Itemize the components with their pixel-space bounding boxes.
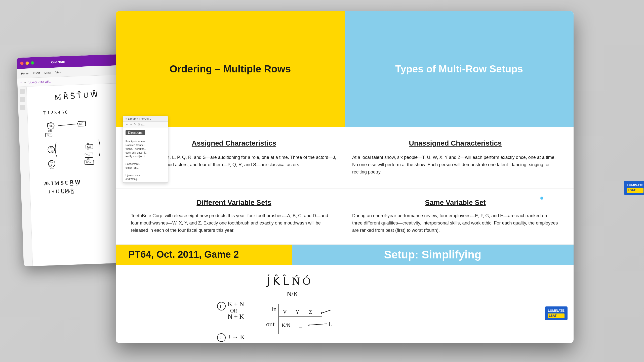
directions-container: Directions (123, 127, 168, 138)
luminate-label1-right: LUMINATE (627, 183, 643, 188)
svg-rect-7 (78, 121, 86, 126)
popup-nav-path: Library › The Offi... (128, 117, 151, 120)
svg-rect-23 (85, 153, 93, 158)
bottom-right-banner: Setup: Simplifying (292, 245, 574, 265)
toolbar-view[interactable]: View (54, 70, 63, 74)
svg-text:Tm: Tm (50, 161, 53, 163)
same-var-col: Same Variable Set During an end-of-year … (352, 199, 558, 234)
diff-var-col: Different Variable Sets TeethBrite Corp.… (131, 199, 337, 234)
popup-line-6: Sanderson r... (126, 162, 165, 166)
toolbar-home[interactable]: Home (20, 71, 30, 75)
svg-point-19 (48, 160, 55, 167)
main-top-banner: Ordering – Multiple Rows Types of Multi-… (116, 11, 574, 127)
svg-text:L: L (328, 321, 332, 328)
popup-refresh-icon[interactable]: ↻ (134, 123, 136, 126)
svg-text:W: W (51, 149, 53, 152)
svg-text:SU: SU (87, 145, 91, 149)
luminate-badge-right: LUMINATE LSAT (624, 181, 644, 195)
popup-line-2: Ramirez, Sander... (126, 143, 165, 147)
popup-menu-icon: ≡ (126, 117, 127, 120)
nav-back[interactable]: ← (20, 81, 23, 84)
handwriting-game2: J́ K̂ L̂ Ń Ó N/K 1 K + N OR N + K In (116, 265, 574, 343)
svg-text:SU: SU (47, 134, 51, 137)
popup-line-3: Wong. The witne... (126, 147, 165, 151)
toolbar-insert[interactable]: Insert (31, 71, 42, 75)
svg-rect-4 (48, 123, 54, 127)
popup-line-9: and Wong... (126, 177, 165, 181)
window-title: OneNote (51, 60, 65, 64)
svg-text:V: V (283, 309, 287, 315)
popup-nav-bar: ← → ↻ Shar... (123, 122, 168, 127)
toolbar-draw[interactable]: Draw (43, 70, 52, 75)
nav-forward[interactable]: → (24, 81, 26, 84)
svg-text:J → K: J → K (228, 333, 245, 341)
main-window: Ordering – Multiple Rows Types of Multi-… (116, 11, 574, 343)
svg-point-32 (217, 302, 225, 310)
svg-text:J́  K̂  L̂  Ń  Ó: J́ K̂ L̂ Ń Ó (266, 275, 311, 287)
bottom-banners: PT64, Oct. 2011, Game 2 Setup: Simplifyi… (116, 245, 574, 265)
popup-content: Exactly six witnes... Ramirez, Sander...… (123, 138, 168, 183)
svg-text:N/K: N/K (287, 290, 298, 298)
svg-point-12 (48, 146, 55, 153)
maximize-button[interactable] (31, 61, 34, 64)
svg-text:out: out (266, 321, 275, 328)
svg-text:U-R: U-R (50, 146, 54, 149)
sidebar-icon-2 (20, 97, 25, 102)
bottom-area: PT64, Oct. 2011, Game 2 Setup: Simplifyi… (116, 245, 574, 343)
popup-forward-icon[interactable]: → (130, 123, 133, 126)
svg-text:1: 1 (220, 305, 221, 308)
svg-text:Z: Z (309, 309, 312, 315)
svg-text:Wm: Wm (86, 161, 91, 164)
luminate-badge-main: LUMINATE LSAT (545, 306, 568, 320)
svg-point-2 (48, 123, 54, 129)
svg-text:M R̄ S̄ T̄ Ū W̄: M R̄ S̄ T̄ Ū W̄ (54, 90, 98, 102)
unassigned-body: At a local talent show, six people—T, U,… (352, 154, 558, 175)
svg-rect-26 (85, 160, 94, 165)
pt64-title: PT64, Oct. 2011, Game 2 (128, 249, 239, 260)
characteristics-section: Assigned Characteristics Seven actors—J,… (116, 127, 574, 189)
svg-text:N + K: N + K (228, 313, 244, 320)
svg-line-43 (322, 310, 331, 313)
luminate-label1: LUMINATE (548, 308, 565, 313)
popup-share[interactable]: Shar... (138, 123, 145, 126)
luminate-label2: LSAT (548, 313, 565, 318)
svg-rect-17 (86, 145, 93, 149)
svg-line-5 (58, 124, 77, 126)
popup-header: ≡ Library › The Offi... (123, 116, 168, 122)
diff-var-body: TeethBrite Corp. will release eight new … (131, 212, 337, 234)
ordering-title: Ordering – Multiple Rows (170, 63, 291, 75)
simplifying-title: Setup: Simplifying (384, 248, 481, 261)
unassigned-col: Unassigned Characteristics At a local ta… (352, 139, 558, 175)
svg-text:ST: ST (49, 125, 53, 128)
minimize-button[interactable] (25, 61, 29, 65)
popup-back-icon[interactable]: ← (126, 123, 129, 126)
types-title: Types of Multi-Row Setups (395, 63, 523, 75)
game2-svg: J́ K̂ L̂ Ń Ó N/K 1 K + N OR N + K In (116, 265, 574, 343)
svg-text:Wm: Wm (50, 167, 54, 170)
svg-text:W: W (87, 147, 89, 150)
sidebar-icon-3 (20, 105, 25, 110)
svg-text:Y: Y (296, 309, 299, 315)
svg-text:_: _ (299, 323, 302, 328)
svg-text:R: R (87, 142, 89, 146)
svg-point-51 (217, 334, 225, 342)
unassigned-title: Unassigned Characteristics (352, 139, 558, 147)
svg-marker-6 (77, 123, 78, 125)
popup-line-4: each only once. T... (126, 151, 165, 155)
luminate-label2-right: LSAT (627, 188, 643, 193)
svg-text:OR: OR (87, 158, 91, 160)
svg-text:OR: OR (49, 164, 53, 167)
same-var-body: During an end-of-year performance review… (352, 212, 558, 234)
svg-text:OR: OR (230, 308, 237, 313)
close-button[interactable] (20, 62, 23, 65)
popup-line-5: testify is subject t... (126, 155, 165, 158)
svg-text:In: In (271, 305, 277, 313)
svg-rect-11 (46, 133, 52, 137)
directions-button[interactable]: Directions (126, 130, 145, 135)
same-var-title: Same Variable Set (352, 199, 558, 207)
svg-text:I S U  U̲M̲/R̲: I S U U̲M̲/R̲ (48, 188, 74, 195)
same-var-title-container: Same Variable Set (352, 199, 558, 209)
svg-text:OR: OR (48, 130, 52, 132)
top-left-banner: Ordering – Multiple Rows (116, 11, 345, 127)
variable-sets-section: Different Variable Sets TeethBrite Corp.… (116, 189, 574, 244)
